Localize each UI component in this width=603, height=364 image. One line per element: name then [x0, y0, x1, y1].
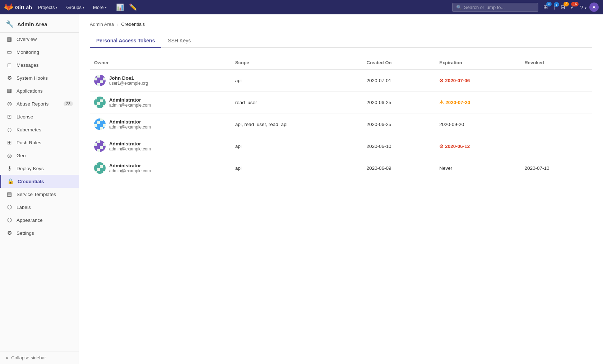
- projects-menu[interactable]: Projects ▾: [35, 3, 61, 11]
- applications-icon: ▦: [6, 88, 13, 94]
- sidebar-item-abuse-reports[interactable]: ◎ Abuse Reports 23: [0, 97, 79, 110]
- cell-owner: John Doe1user1@example.org: [90, 69, 231, 92]
- table-row: John Doe1user1@example.orgapi2020-07-01⊘…: [90, 69, 592, 92]
- user-avatar[interactable]: A: [589, 3, 599, 12]
- sidebar-item-system-hooks[interactable]: ⚙ System Hooks: [0, 71, 79, 84]
- collapse-icon: «: [6, 355, 8, 360]
- sidebar-item-deploy-keys[interactable]: ⚷ Deploy Keys: [0, 162, 79, 175]
- brand-logo[interactable]: GitLab: [4, 3, 32, 11]
- owner-email: admin@example.com: [109, 125, 151, 130]
- groups-menu[interactable]: Groups ▾: [63, 3, 87, 11]
- svg-rect-51: [97, 165, 100, 168]
- svg-rect-15: [97, 97, 100, 99]
- svg-rect-24: [94, 118, 97, 121]
- svg-rect-2: [94, 80, 97, 83]
- svg-rect-45: [103, 146, 106, 149]
- table-row: Administratoradmin@example.comapi, read_…: [90, 113, 592, 135]
- search-bar[interactable]: 🔍 Search or jump to...: [452, 3, 538, 12]
- cell-created-on: 2020-07-01: [362, 69, 435, 92]
- more-menu[interactable]: More ▾: [90, 3, 110, 11]
- collapse-sidebar-button[interactable]: « Collapse sidebar: [0, 351, 79, 364]
- sidebar-title: Admin Area: [17, 21, 47, 27]
- breadcrumb-parent[interactable]: Admin Area: [90, 22, 114, 27]
- cell-scope: api: [231, 157, 362, 179]
- svg-rect-50: [97, 162, 100, 165]
- sidebar-item-geo[interactable]: ◎ Geo: [0, 149, 79, 162]
- sidebar-header: 🔧 Admin Area: [0, 14, 79, 33]
- abuse-reports-badge: 23: [64, 101, 73, 106]
- page-layout: 🔧 Admin Area ▦ Overview ▭ Monitoring ◻ M…: [0, 14, 603, 364]
- svg-rect-5: [97, 80, 100, 83]
- svg-rect-31: [100, 124, 103, 127]
- owner-avatar: [94, 140, 106, 152]
- table-row: Administratoradmin@example.comread_user2…: [90, 92, 592, 113]
- create-button[interactable]: ⊞ ▾: [541, 3, 550, 12]
- sidebar-item-messages[interactable]: ◻ Messages: [0, 59, 79, 71]
- snippets-icon-btn[interactable]: ✏️: [127, 2, 139, 13]
- owner-email: admin@example.com: [109, 168, 151, 173]
- help-button[interactable]: ? ▾: [578, 3, 589, 12]
- svg-rect-33: [103, 121, 106, 124]
- svg-rect-42: [100, 143, 103, 146]
- issues-button[interactable]: ⊟ 3: [558, 3, 567, 12]
- svg-rect-10: [103, 80, 106, 83]
- sidebar: 🔧 Admin Area ▦ Overview ▭ Monitoring ◻ M…: [0, 14, 79, 364]
- svg-rect-8: [100, 83, 103, 86]
- owner-name: John Doe1: [109, 75, 148, 81]
- svg-rect-18: [100, 97, 103, 99]
- svg-rect-28: [97, 124, 100, 127]
- push-rules-icon: ⊞: [6, 139, 13, 146]
- owner-avatar: [94, 118, 106, 130]
- tab-personal-access-tokens[interactable]: Personal Access Tokens: [90, 34, 161, 48]
- svg-rect-56: [103, 165, 106, 168]
- cell-created-on: 2020-06-10: [362, 135, 435, 157]
- cell-scope: api, read_user, read_api: [231, 113, 362, 135]
- chevron-down-icon: ▾: [56, 5, 57, 9]
- sidebar-item-settings[interactable]: ⚙ Settings: [0, 227, 79, 239]
- chevron-down-icon: ▾: [105, 5, 107, 9]
- svg-rect-11: [103, 83, 106, 86]
- credentials-tabs: Personal Access Tokens SSH Keys: [90, 34, 592, 48]
- svg-rect-32: [103, 118, 106, 121]
- breadcrumb-separator: ›: [117, 22, 118, 27]
- cell-scope: api: [231, 135, 362, 157]
- owner-avatar: [94, 97, 106, 108]
- owner-email: admin@example.com: [109, 103, 151, 108]
- cell-owner: Administratoradmin@example.com: [90, 157, 231, 179]
- svg-rect-38: [94, 149, 97, 152]
- sidebar-item-license[interactable]: ⊡ License: [0, 110, 79, 123]
- merge-requests-button[interactable]: ↕ 7: [551, 3, 558, 12]
- search-icon: 🔍: [456, 5, 462, 10]
- table-row: Administratoradmin@example.comapi2020-06…: [90, 157, 592, 179]
- owner-email: user1@example.org: [109, 81, 148, 86]
- sidebar-item-appearance[interactable]: ⬡ Appearance: [0, 214, 79, 227]
- warning-icon: ⊘: [439, 78, 444, 83]
- credentials-table: Owner Scope Created On Expiration Revoke…: [90, 56, 592, 179]
- activity-icon-btn[interactable]: 📊: [114, 2, 126, 13]
- cell-expiration: Never: [435, 157, 520, 179]
- todos-badge: 16: [571, 2, 579, 6]
- sidebar-item-applications[interactable]: ▦ Applications: [0, 84, 79, 97]
- col-scope: Scope: [231, 56, 362, 69]
- todos-button[interactable]: ✓ 16: [568, 3, 577, 12]
- svg-rect-14: [94, 102, 97, 105]
- svg-rect-22: [103, 102, 106, 105]
- service-templates-icon: ▤: [6, 191, 13, 197]
- svg-rect-7: [100, 78, 103, 80]
- cell-created-on: 2020-06-25: [362, 92, 435, 113]
- sidebar-item-service-templates[interactable]: ▤ Service Templates: [0, 188, 79, 201]
- sidebar-item-kubernetes[interactable]: ◌ Kubernetes: [0, 123, 79, 136]
- svg-rect-52: [97, 171, 100, 174]
- sidebar-item-push-rules[interactable]: ⊞ Push Rules: [0, 136, 79, 149]
- sidebar-item-labels[interactable]: ⬡ Labels: [0, 201, 79, 214]
- svg-rect-27: [97, 118, 100, 121]
- chevron-down-icon: ▾: [585, 6, 586, 10]
- labels-icon: ⬡: [6, 204, 13, 210]
- sidebar-item-monitoring[interactable]: ▭ Monitoring: [0, 46, 79, 59]
- warning-icon: ⊘: [439, 143, 444, 149]
- sidebar-item-credentials[interactable]: 🔒 Credentials: [0, 175, 79, 188]
- svg-rect-44: [103, 140, 106, 143]
- tab-ssh-keys[interactable]: SSH Keys: [161, 34, 197, 48]
- sidebar-item-overview[interactable]: ▦ Overview: [0, 33, 79, 46]
- owner-name: Administrator: [109, 97, 151, 103]
